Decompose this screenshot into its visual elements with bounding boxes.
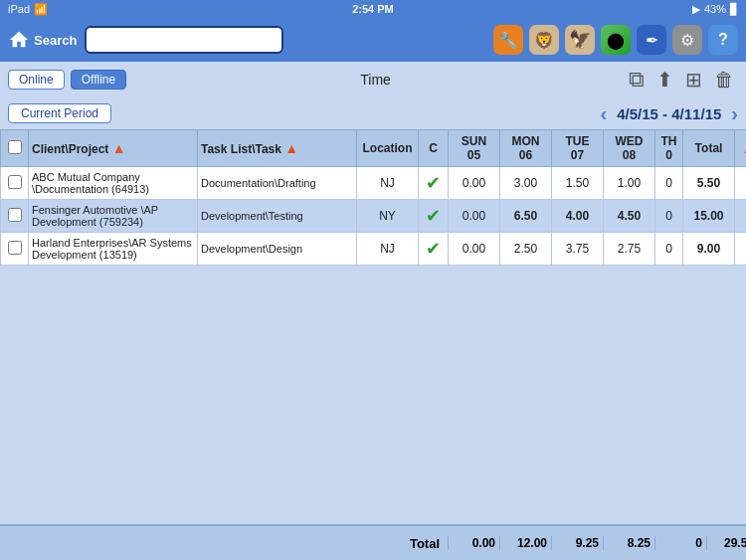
circle-icon[interactable]: ⬤ [601, 25, 631, 55]
client-sort-icon[interactable]: ▲ [112, 140, 126, 156]
carrier-label: iPad [8, 3, 30, 15]
footer-sun: 0.00 [448, 536, 499, 550]
offline-button[interactable]: Offline [71, 70, 126, 90]
delete-button[interactable]: 🗑 [710, 67, 738, 93]
header-wed: WED08 [604, 130, 655, 167]
row-check[interactable] [1, 233, 29, 266]
export-icon: ⬆ [656, 69, 673, 91]
header-total: Total [683, 130, 735, 167]
header-sun: SUN05 [449, 130, 500, 167]
ios-left: iPad 📶 [8, 3, 48, 16]
next-period-button[interactable]: › [731, 103, 738, 123]
row-c: ✔ [419, 167, 449, 200]
row-wed: 1.00 [604, 167, 655, 200]
header-sort: ▲ [735, 130, 747, 167]
row-check[interactable] [1, 200, 29, 233]
row-checkbox-2[interactable] [8, 241, 22, 255]
footer-tue: 9.25 [551, 536, 603, 550]
row-location: NJ [357, 167, 419, 200]
row-tue: 4.00 [552, 200, 604, 233]
search-label: Search [34, 33, 77, 48]
signal-icon: ▶ [692, 3, 700, 16]
gear-icon[interactable]: ⚙ [672, 25, 702, 55]
header-tue: TUE07 [552, 130, 604, 167]
tools-icon[interactable]: 🔧 [493, 25, 523, 55]
battery-icon: ▊ [730, 3, 738, 16]
row-thu: 0 [655, 233, 683, 266]
table-row: Harland Enterprises\AR Systems Developme… [1, 233, 747, 266]
home-button[interactable]: Search [8, 29, 77, 51]
row-wed: 2.75 [604, 233, 655, 266]
search-input[interactable] [85, 26, 283, 54]
top-icons: 🔧 🦁 🦅 ⬤ ✒ ⚙ ? [493, 25, 738, 55]
footer-thu: 0 [654, 536, 706, 550]
third-bar: Current Period ‹ 4/5/15 - 4/11/15 › [0, 97, 746, 129]
bird-icon[interactable]: 🦅 [565, 25, 595, 55]
row-thu: 0 [655, 167, 683, 200]
row-task: Development\Testing [198, 200, 357, 233]
time-label: Time [132, 72, 619, 88]
row-task: Documentation\Drafting [198, 167, 357, 200]
row-mon: 6.50 [500, 200, 552, 233]
feather-icon[interactable]: ✒ [637, 25, 666, 55]
ios-right: ▶ 43% ▊ [692, 3, 738, 16]
total-sort-icon[interactable]: ▲ [742, 140, 746, 156]
header-task: Task List\Task ▲ [198, 130, 357, 167]
row-checkbox-1[interactable] [8, 208, 22, 222]
row-tue: 3.75 [552, 233, 604, 266]
table-button[interactable]: ⊞ [681, 66, 706, 93]
online-button[interactable]: Online [8, 70, 65, 90]
ios-time: 2:54 PM [352, 3, 394, 15]
home-icon [8, 29, 30, 51]
row-actions [735, 200, 747, 233]
date-range-label: 4/5/15 - 4/11/15 [617, 105, 721, 122]
row-actions [735, 233, 747, 266]
trash-icon: 🗑 [714, 69, 734, 91]
question-icon[interactable]: ? [708, 25, 738, 55]
current-period-button[interactable]: Current Period [8, 103, 111, 123]
row-thu: 0 [655, 200, 683, 233]
date-navigation: ‹ 4/5/15 - 4/11/15 › [117, 103, 738, 123]
export-button[interactable]: ⬆ [653, 66, 677, 93]
row-client: Fensinger Automotive \AP Development (75… [29, 200, 198, 233]
row-checkbox-0[interactable] [8, 175, 22, 189]
copy-button[interactable]: ⧉ [625, 65, 649, 94]
footer-total: 29.50 [706, 536, 746, 550]
footer-wed: 8.25 [603, 536, 654, 550]
time-table: Client\Project ▲ Task List\Task ▲ Locati… [0, 129, 746, 266]
row-actions [735, 167, 747, 200]
copy-icon: ⧉ [629, 67, 645, 92]
row-total: 5.50 [683, 167, 735, 200]
row-mon: 2.50 [500, 233, 552, 266]
second-bar: Online Offline Time ⧉ ⬆ ⊞ 🗑 [0, 62, 746, 97]
row-client: Harland Enterprises\AR Systems Developme… [29, 233, 198, 266]
header-client: Client\Project ▲ [29, 130, 198, 167]
task-sort-icon[interactable]: ▲ [284, 140, 298, 156]
table-header-row: Client\Project ▲ Task List\Task ▲ Locati… [1, 130, 747, 167]
table-row: Fensinger Automotive \AP Development (75… [1, 200, 747, 233]
footer-label: Total [0, 536, 448, 551]
row-mon: 3.00 [500, 167, 552, 200]
header-check [1, 130, 29, 167]
top-bar: Search 🔧 🦁 🦅 ⬤ ✒ ⚙ ? [0, 18, 746, 62]
header-mon: MON06 [500, 130, 552, 167]
footer-mon: 12.00 [499, 536, 551, 550]
animal-icon[interactable]: 🦁 [529, 25, 559, 55]
row-tue: 1.50 [552, 167, 604, 200]
row-check[interactable] [1, 167, 29, 200]
footer-cells: 0.00 12.00 9.25 8.25 0 29.50 [448, 536, 746, 550]
prev-period-button[interactable]: ‹ [601, 103, 608, 123]
row-sun: 0.00 [449, 233, 500, 266]
header-thu: TH0 [655, 130, 683, 167]
table-row: ABC Mutual Company \Documentation (64913… [1, 167, 747, 200]
row-sun: 0.00 [449, 200, 500, 233]
row-total: 15.00 [683, 200, 735, 233]
footer-totals: Total 0.00 12.00 9.25 8.25 0 29.50 [0, 524, 746, 560]
row-c: ✔ [419, 233, 449, 266]
row-c: ✔ [419, 200, 449, 233]
row-sun: 0.00 [449, 167, 500, 200]
select-all-checkbox[interactable] [8, 140, 22, 154]
row-total: 9.00 [683, 233, 735, 266]
header-location: Location [357, 130, 419, 167]
ios-status-bar: iPad 📶 2:54 PM ▶ 43% ▊ [0, 0, 746, 18]
